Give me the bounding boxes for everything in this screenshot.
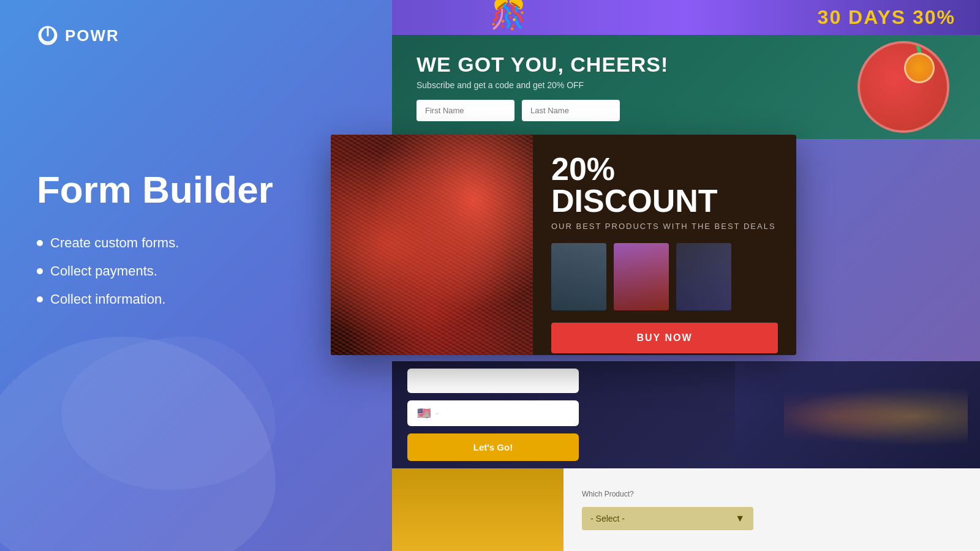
person-silhouette-3 — [676, 243, 731, 310]
logo-area: POWR — [37, 24, 392, 47]
person-yellow — [392, 468, 564, 551]
person-silhouette-1 — [551, 243, 606, 310]
swirl-lines — [331, 135, 533, 355]
last-name-input[interactable] — [522, 100, 620, 121]
discount-popup: 20% DISCOUNT OUR BEST PRODUCTS WITH THE … — [331, 135, 796, 355]
product-select-dropdown[interactable]: - Select - ▼ — [582, 507, 753, 530]
form-card: 🇺🇸 - Let's Go! — [392, 361, 980, 468]
phone-input-wrapper[interactable]: 🇺🇸 - — [407, 400, 579, 426]
chevron-down-icon: ▼ — [735, 513, 745, 524]
product-images — [551, 243, 778, 310]
email-popup-inputs — [417, 100, 833, 121]
bullet-3 — [37, 296, 43, 302]
discount-image — [331, 135, 533, 355]
product-thumb-1 — [551, 243, 606, 310]
banner-30days-text: 30 DAYS 30% — [818, 6, 956, 29]
flag-icon: 🇺🇸 — [417, 407, 431, 420]
product-thumb-2 — [614, 243, 669, 310]
email-popup-title: WE GOT YOU, CHEERS! — [417, 53, 833, 77]
letsgo-button[interactable]: Let's Go! — [407, 433, 579, 461]
email-popup: WE GOT YOU, CHEERS! Subscribe and get a … — [392, 35, 980, 139]
bullet-2 — [37, 268, 43, 274]
product-thumb-3 — [676, 243, 731, 310]
right-panel: 🎊 30 DAYS 30% WE GOT YOU, CHEERS! Subscr… — [392, 0, 980, 551]
person-silhouette-2 — [614, 243, 669, 310]
bullet-1 — [37, 240, 43, 246]
buy-now-button[interactable]: BUY NOW — [551, 323, 778, 353]
discount-subtitle: OUR BEST PRODUCTS WITH THE BEST DEALS — [551, 222, 778, 231]
drink-circle — [858, 41, 949, 133]
bottom-product-image — [392, 468, 564, 551]
phone-separator: - — [435, 408, 439, 418]
discount-content: 20% DISCOUNT OUR BEST PRODUCTS WITH THE … — [533, 135, 796, 355]
email-popup-content: WE GOT YOU, CHEERS! Subscribe and get a … — [417, 53, 833, 121]
which-product-label: Which Product? — [582, 490, 962, 498]
swirl-bg — [331, 135, 533, 355]
bottom-form: Which Product? - Select - ▼ — [564, 478, 980, 542]
car-background — [735, 361, 980, 468]
email-popup-subtitle: Subscribe and get a code and get 20% OFF — [417, 80, 833, 90]
bottom-strip: Which Product? - Select - ▼ — [392, 468, 980, 551]
form-card-inputs: 🇺🇸 - Let's Go! — [407, 369, 591, 461]
banner-30days: 🎊 30 DAYS 30% — [392, 0, 980, 35]
drink-image — [851, 35, 956, 139]
form-text-input[interactable] — [407, 369, 579, 393]
select-text: - Select - — [590, 514, 625, 523]
discount-title: 20% DISCOUNT — [551, 153, 778, 217]
logo-text: POWR — [65, 26, 119, 45]
car-lights — [784, 386, 968, 447]
orange-slice — [904, 53, 935, 83]
first-name-input[interactable] — [417, 100, 514, 121]
power-icon — [37, 24, 59, 47]
emoji-decoration: 🎊 — [490, 0, 527, 31]
